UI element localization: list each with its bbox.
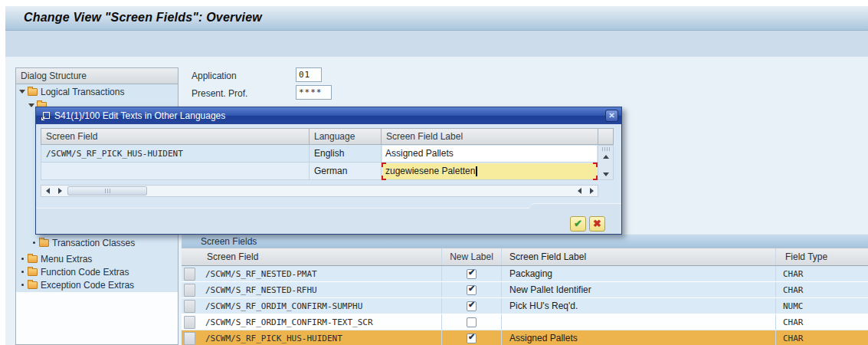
row-selector-box[interactable]: [184, 300, 195, 313]
confirm-button[interactable]: ✔: [570, 216, 586, 232]
table-row[interactable]: /SCWM/S_RF_NESTED-PMAT Packaging CHAR: [182, 266, 868, 282]
row-selector[interactable]: [182, 330, 198, 345]
scroll-up-button[interactable]: [600, 151, 612, 162]
arrow-right-icon: [58, 188, 62, 194]
cancel-button[interactable]: ✖: [589, 216, 605, 232]
arrow-left-icon: [46, 188, 50, 194]
label-input-german[interactable]: zugewiesene Paletten: [382, 163, 597, 179]
cell-screen-field[interactable]: /SCWM/S_RF_ORDIM_CONFIRM-SUMPHU: [198, 298, 442, 314]
dialog-vertical-scrollbar[interactable]: [598, 145, 614, 180]
dialog-cell-label: zugewiesene Paletten: [382, 163, 598, 180]
cell-screen-field-label[interactable]: New Pallet Identifier: [502, 282, 776, 297]
scroll-right-button[interactable]: [54, 186, 66, 196]
cell-new-label: [442, 282, 502, 297]
row-selector-box[interactable]: [184, 332, 195, 345]
chevron-down-icon[interactable]: [28, 104, 34, 107]
new-label-checkbox[interactable]: [467, 285, 477, 295]
dialog-cell-screen-field[interactable]: [41, 163, 310, 180]
sidebar-item-label: Function Code Extras: [41, 267, 129, 278]
sidebar-item-logical-transactions[interactable]: Logical Transactions: [19, 85, 124, 98]
cell-screen-field[interactable]: /SCWM/S_RF_PICK_HUS-HUIDENT: [198, 330, 442, 345]
text-cursor: [476, 166, 477, 176]
sidebar-item-transaction-classes[interactable]: Transaction Classes: [31, 236, 135, 249]
table-row-selected[interactable]: /SCWM/S_RF_PICK_HUS-HUIDENT Assigned Pal…: [182, 330, 868, 345]
row-selector[interactable]: [182, 282, 198, 297]
header-selector-cell: [182, 248, 198, 265]
bullet-icon: [33, 242, 35, 244]
cell-new-label: [442, 330, 502, 345]
label-input-english[interactable]: Assigned Pallets: [382, 146, 597, 162]
application-field[interactable]: 01: [296, 67, 322, 82]
scroll-right-button-right[interactable]: [585, 186, 598, 196]
edit-texts-dialog: S41(1)/100 Edit Texts in Other Languages…: [35, 107, 622, 235]
chevron-down-icon[interactable]: [19, 90, 25, 94]
scroll-left-button[interactable]: [41, 186, 54, 196]
dialog-col-header-label[interactable]: Screen Field Label: [382, 128, 598, 145]
table-header-row: Screen Field New Label Screen Field Labe…: [182, 248, 868, 266]
dialog-popup-icon: [41, 111, 51, 121]
row-selector-box[interactable]: [184, 284, 195, 297]
dialog-row-english: /SCWM/S_RF_PICK_HUS-HUIDENT English Assi…: [41, 145, 598, 163]
new-label-checkbox[interactable]: [467, 269, 477, 279]
scroll-left-button-right[interactable]: [573, 186, 585, 196]
selection-corner: [593, 163, 598, 167]
bullet-icon: [21, 258, 24, 260]
scrollbar-grip: [105, 189, 110, 193]
selection-corner: [382, 176, 386, 180]
cell-screen-field-label[interactable]: Assigned Pallets: [502, 330, 776, 345]
folder-icon: [28, 281, 38, 289]
cell-screen-field[interactable]: /SCWM/S_RF_NESTED-RFHU: [198, 282, 442, 297]
col-header-screen-field[interactable]: Screen Field: [198, 248, 442, 265]
cell-screen-field-label[interactable]: [502, 314, 776, 330]
section-title: Screen Fields: [201, 236, 257, 247]
sidebar-item-exception-code-extras[interactable]: Exception Code Extras: [20, 278, 134, 291]
sidebar-item-menu-extras[interactable]: Menu Extras: [20, 252, 92, 265]
cell-new-label: [442, 266, 502, 281]
sidebar-item-function-code-extras[interactable]: Function Code Extras: [20, 265, 129, 278]
dialog-col-header-screen-field[interactable]: Screen Field: [41, 128, 310, 145]
present-prof-field[interactable]: ****: [296, 85, 332, 100]
scroll-down-button[interactable]: [600, 169, 612, 179]
cell-field-type: NUMC: [776, 298, 868, 314]
footer-curve: [529, 203, 621, 209]
page-title: Change View "Screen Fields": Overview: [24, 11, 262, 25]
dialog-row-german: German zugewiesene Paletten: [41, 163, 598, 180]
application-label: Application: [192, 71, 237, 81]
dialog-title-bar[interactable]: S41(1)/100 Edit Texts in Other Languages…: [36, 107, 621, 124]
row-selector[interactable]: [182, 266, 198, 281]
new-label-checkbox[interactable]: [467, 334, 477, 343]
sidebar-item-label: Exception Code Extras: [41, 280, 134, 291]
dialog-horizontal-scrollbar[interactable]: [41, 185, 598, 197]
dialog-table: Screen Field Language Screen Field Label…: [41, 128, 614, 180]
row-selector[interactable]: [182, 314, 198, 330]
col-header-new-label[interactable]: New Label: [442, 248, 502, 265]
table-row[interactable]: /SCWM/S_RF_ORDIM_CONFIRM-TEXT_SCR CHAR: [182, 314, 868, 330]
cell-screen-field-label[interactable]: Packaging: [502, 266, 776, 281]
col-header-field-type[interactable]: Field Type: [776, 248, 868, 265]
row-selector[interactable]: [182, 298, 198, 314]
new-label-checkbox[interactable]: [467, 301, 477, 311]
row-selector-box[interactable]: [184, 268, 195, 281]
arrow-up-icon: [603, 155, 609, 159]
dialog-col-header-language[interactable]: Language: [310, 128, 382, 145]
dialog-cell-screen-field[interactable]: /SCWM/S_RF_PICK_HUS-HUIDENT: [41, 145, 310, 163]
close-icon[interactable]: ✕: [605, 110, 618, 122]
new-label-checkbox[interactable]: [467, 317, 477, 327]
dialog-header-row: Screen Field Language Screen Field Label: [41, 128, 614, 145]
col-header-screen-field-label[interactable]: Screen Field Label: [502, 248, 776, 265]
screen-fields-section-bar: Screen Fields: [182, 234, 868, 248]
cell-field-type: CHAR: [776, 314, 868, 330]
dialog-footer: ✔ ✖: [36, 208, 621, 234]
cell-screen-field-label[interactable]: Pick HU's Req'd.: [502, 298, 776, 314]
table-row[interactable]: /SCWM/S_RF_NESTED-RFHU New Pallet Identi…: [182, 282, 868, 298]
cell-screen-field[interactable]: /SCWM/S_RF_ORDIM_CONFIRM-TEXT_SCR: [198, 314, 442, 330]
table-row[interactable]: /SCWM/S_RF_ORDIM_CONFIRM-SUMPHU Pick HU'…: [182, 298, 868, 314]
sidebar-item-label: Logical Transactions: [41, 87, 124, 97]
cell-screen-field[interactable]: /SCWM/S_RF_NESTED-PMAT: [198, 266, 442, 281]
scrollbar-thumb[interactable]: [67, 186, 147, 196]
row-selector-box[interactable]: [184, 316, 195, 329]
dialog-cell-language: German: [310, 163, 382, 180]
label-input-german-text: zugewiesene Paletten: [385, 166, 475, 176]
selection-corner: [593, 176, 598, 180]
dialog-cell-language: English: [310, 145, 382, 163]
